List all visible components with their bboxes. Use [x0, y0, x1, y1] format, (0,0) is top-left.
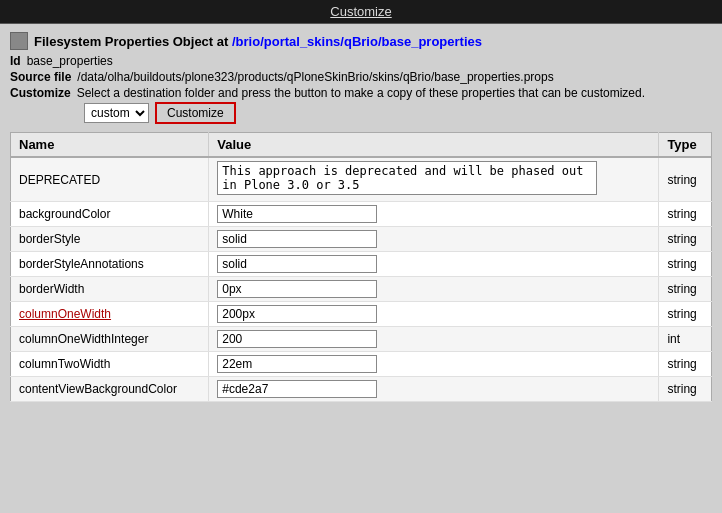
prop-name: DEPRECATED	[19, 173, 100, 187]
prop-name: columnTwoWidth	[19, 357, 110, 371]
prop-name: borderWidth	[19, 282, 84, 296]
prop-name: contentViewBackgroundColor	[19, 382, 177, 396]
page-header: Filesystem Properties Object at /brio/po…	[10, 32, 712, 50]
prop-value-input[interactable]	[217, 255, 377, 273]
prop-type: string	[659, 227, 712, 252]
col-header-value: Value	[209, 133, 659, 158]
table-header-row: Name Value Type	[11, 133, 712, 158]
table-row: borderStylestring	[11, 227, 712, 252]
col-header-type: Type	[659, 133, 712, 158]
destination-select[interactable]: custom	[84, 103, 149, 123]
prop-value-input[interactable]	[217, 380, 377, 398]
prop-value-input[interactable]	[217, 355, 377, 373]
prop-name: borderStyle	[19, 232, 80, 246]
table-row: columnTwoWidthstring	[11, 352, 712, 377]
meta-customize-row: Customize Select a destination folder an…	[10, 86, 712, 100]
page-title-prefix: Filesystem Properties Object at	[34, 34, 228, 49]
table-row: columnOneWidthIntegerint	[11, 327, 712, 352]
prop-value-input[interactable]	[217, 205, 377, 223]
breadcrumb-brio[interactable]: /brio	[232, 34, 260, 49]
customize-button[interactable]: Customize	[155, 102, 236, 124]
filesystem-icon	[10, 32, 28, 50]
prop-value-input[interactable]	[217, 305, 377, 323]
col-header-name: Name	[11, 133, 209, 158]
prop-name: columnOneWidth	[19, 307, 111, 321]
customize-control-row: custom Customize	[84, 102, 712, 124]
title-label: Customize	[330, 4, 391, 19]
source-label: Source file	[10, 70, 71, 84]
prop-value-textarea[interactable]: This approach is deprecated and will be …	[217, 161, 597, 195]
customize-label: Customize	[10, 86, 71, 100]
prop-type: string	[659, 352, 712, 377]
id-value: base_properties	[27, 54, 113, 68]
table-row: backgroundColorstring	[11, 202, 712, 227]
breadcrumb-portal-skins[interactable]: /portal_skins	[260, 34, 340, 49]
prop-type: string	[659, 202, 712, 227]
prop-name: borderStyleAnnotations	[19, 257, 144, 271]
table-row: contentViewBackgroundColorstring	[11, 377, 712, 402]
prop-value-input[interactable]	[217, 330, 377, 348]
title-bar: Customize	[0, 0, 722, 24]
source-value: /data/olha/buildouts/plone323/products/q…	[77, 70, 553, 84]
meta-id-row: Id base_properties	[10, 54, 712, 68]
breadcrumb-qbrio[interactable]: /qBrio	[340, 34, 378, 49]
table-row: borderWidthstring	[11, 277, 712, 302]
table-row: borderStyleAnnotationsstring	[11, 252, 712, 277]
prop-type: string	[659, 277, 712, 302]
breadcrumb-base-properties[interactable]: /base_properties	[378, 34, 482, 49]
table-row: DEPRECATEDThis approach is deprecated an…	[11, 157, 712, 202]
customize-desc: Select a destination folder and press th…	[77, 86, 645, 100]
id-label: Id	[10, 54, 21, 68]
prop-value-input[interactable]	[217, 230, 377, 248]
page-title: Filesystem Properties Object at /brio/po…	[34, 34, 482, 49]
prop-type: string	[659, 252, 712, 277]
prop-type: string	[659, 302, 712, 327]
prop-value-input[interactable]	[217, 280, 377, 298]
prop-type: int	[659, 327, 712, 352]
prop-name: columnOneWidthInteger	[19, 332, 148, 346]
properties-table: Name Value Type DEPRECATEDThis approach …	[10, 132, 712, 402]
meta-source-row: Source file /data/olha/buildouts/plone32…	[10, 70, 712, 84]
table-row: columnOneWidthstring	[11, 302, 712, 327]
prop-type: string	[659, 377, 712, 402]
prop-name: backgroundColor	[19, 207, 110, 221]
main-content: Filesystem Properties Object at /brio/po…	[0, 24, 722, 410]
prop-type: string	[659, 157, 712, 202]
